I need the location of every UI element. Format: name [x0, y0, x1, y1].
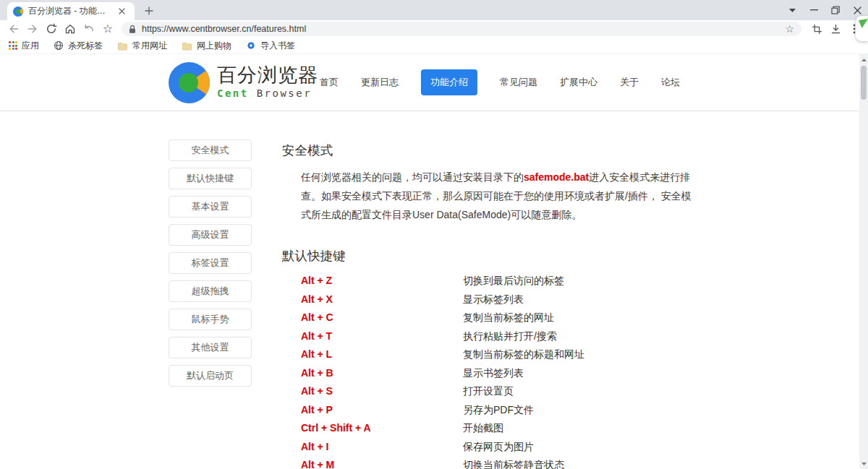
- shortcut-desc: 执行粘贴并打开/搜索: [463, 330, 557, 343]
- bookmark-kill-tabs[interactable]: 杀死标签: [54, 40, 103, 52]
- restore-button[interactable]: [825, 0, 846, 20]
- reopen-closed-tab-icon[interactable]: [80, 20, 98, 38]
- bookmark-common-sites[interactable]: 常用网址: [117, 40, 167, 52]
- page-bookmark-star-icon[interactable]: ☆: [785, 24, 794, 34]
- back-icon[interactable]: [4, 20, 23, 38]
- shortcut-desc: 显示标签列表: [463, 293, 524, 306]
- page-viewport: 百分浏览器 Cent Browser 首页 更新日志 功能介绍 常见问题 扩展中…: [0, 54, 868, 469]
- tab-search-caret-icon[interactable]: [781, 0, 803, 20]
- scrollbar-down-icon[interactable]: [859, 460, 868, 468]
- globe-icon: [54, 40, 64, 51]
- nav-about[interactable]: 关于: [620, 76, 639, 89]
- shortcut-desc: 另存为PDF文件: [463, 403, 534, 417]
- nav-forum[interactable]: 论坛: [661, 76, 680, 89]
- brand-name-en-accent: Cent: [217, 87, 249, 99]
- site-nav: 首页 更新日志 功能介绍 常见问题 扩展中心 关于 论坛: [320, 69, 680, 95]
- shortcut-desc: 切换当前标签静音状态: [463, 458, 564, 469]
- shortcut-desc: 保存网页为图片: [463, 440, 534, 454]
- safemode-bat-link[interactable]: safemode.bat: [524, 171, 589, 183]
- shortcut-list: Alt + Z切换到最后访问的标签 Alt + X显示标签列表 Alt + C复…: [301, 274, 698, 469]
- scrollbar-thumb[interactable]: [861, 66, 867, 100]
- browser-tab[interactable]: 百分浏览器 - 功能介绍: [7, 2, 135, 20]
- shortcut-desc: 显示书签列表: [463, 366, 524, 380]
- brand-name-en-rest: Browser: [249, 87, 312, 99]
- tab-favicon-logo-icon: [13, 7, 23, 17]
- folder-icon: [117, 41, 128, 51]
- window-titlebar: 百分浏览器 - 功能介绍: [0, 0, 868, 20]
- shortcut-keys: Alt + P: [301, 403, 463, 417]
- lock-icon: [129, 25, 136, 34]
- url-text[interactable]: https://www.centbrowser.cn/features.html: [142, 24, 779, 34]
- sidebar-item-default-startup-page[interactable]: 默认启动页: [169, 365, 252, 387]
- shortcut-row: Alt + T执行粘贴并打开/搜索: [301, 330, 698, 343]
- shortcut-desc: 切换到最后访问的标签: [463, 274, 564, 288]
- shortcut-row: Alt + L复制当前标签的标题和网址: [301, 348, 698, 361]
- bookmark-import-bookmarks[interactable]: 导入书签: [246, 40, 295, 52]
- shortcut-keys: Alt + C: [301, 311, 463, 324]
- shortcut-row: Alt + S打开设置页: [301, 384, 698, 398]
- nav-faq[interactable]: 常见问题: [500, 76, 537, 89]
- bookmark-label: 应用: [22, 40, 39, 52]
- bookmark-star-icon[interactable]: ☆: [98, 20, 117, 38]
- sidebar-item-default-shortcuts[interactable]: 默认快捷键: [169, 168, 252, 189]
- page-scrollbar[interactable]: [859, 54, 868, 469]
- address-bar[interactable]: https://www.centbrowser.cn/features.html…: [122, 22, 801, 36]
- site-brand[interactable]: 百分浏览器 Cent Browser: [169, 62, 318, 103]
- bookmark-label: 导入书签: [260, 40, 295, 52]
- sidebar-item-super-drag[interactable]: 超级拖拽: [169, 280, 252, 302]
- safemode-text: 任何浏览器相关的问题，均可以通过安装目录下的: [301, 171, 524, 183]
- shortcut-desc: 复制当前标签的网址: [463, 311, 554, 324]
- bookmarks-bar: 应用 杀死标签 常用网址 网上购物 导入书签: [0, 38, 868, 54]
- browser-toolbar: ☆ https://www.centbrowser.cn/features.ht…: [0, 20, 868, 38]
- shortcuts-heading: 默认快捷键: [282, 247, 698, 264]
- shortcut-keys: Alt + M: [301, 458, 463, 469]
- forward-icon[interactable]: [23, 20, 42, 38]
- feature-content: 安全模式 任何浏览器相关的问题，均可以通过安装目录下的safemode.bat进…: [282, 142, 698, 469]
- safemode-paragraph: 任何浏览器相关的问题，均可以通过安装目录下的safemode.bat进入安全模式…: [301, 168, 698, 224]
- sidebar-item-mouse-gesture[interactable]: 鼠标手势: [169, 309, 252, 330]
- home-icon[interactable]: [61, 20, 80, 38]
- brand-name-zh: 百分浏览器: [217, 64, 318, 86]
- shortcut-keys: Alt + S: [301, 384, 463, 398]
- shortcut-desc: 打开设置页: [463, 384, 514, 398]
- nav-features[interactable]: 功能介绍: [421, 69, 477, 95]
- bookmark-apps[interactable]: 应用: [9, 40, 39, 52]
- folder-icon: [182, 41, 192, 51]
- sidebar-item-other-settings[interactable]: 其他设置: [169, 337, 252, 358]
- edge-widget-card[interactable]: [856, 16, 868, 41]
- shortcut-desc: 开始截图: [463, 421, 503, 435]
- shortcut-keys: Alt + Z: [301, 274, 463, 288]
- sidebar-item-basic-settings[interactable]: 基本设置: [169, 196, 252, 218]
- apps-grid-icon: [9, 41, 17, 50]
- brand-name-en: Cent Browser: [217, 86, 318, 100]
- sidebar-item-tab-settings[interactable]: 标签设置: [169, 252, 252, 274]
- new-tab-button[interactable]: [140, 4, 158, 17]
- scrollbar-up-icon[interactable]: [859, 56, 868, 64]
- safemode-heading: 安全模式: [282, 142, 698, 159]
- sidebar-item-safe-mode[interactable]: 安全模式: [169, 139, 252, 161]
- bookmark-label: 网上购物: [197, 40, 231, 52]
- shortcut-row: Alt + Z切换到最后访问的标签: [301, 274, 698, 288]
- minimize-button[interactable]: [803, 0, 825, 20]
- gear-icon: [246, 40, 256, 51]
- shortcut-keys: Alt + T: [301, 330, 463, 343]
- download-icon[interactable]: [826, 20, 845, 38]
- shortcut-row: Ctrl + Shift + A开始截图: [301, 421, 698, 435]
- shortcut-row: Alt + X显示标签列表: [301, 293, 698, 306]
- shortcut-row: Alt + I保存网页为图片: [301, 440, 698, 454]
- bookmark-online-shopping[interactable]: 网上购物: [182, 40, 231, 52]
- shortcut-row: Alt + C复制当前标签的网址: [301, 311, 698, 324]
- bookmark-label: 常用网址: [132, 40, 167, 52]
- shortcut-row: Alt + M切换当前标签静音状态: [301, 458, 698, 469]
- screenshot-crop-icon[interactable]: [807, 20, 826, 38]
- nav-changelog[interactable]: 更新日志: [361, 76, 399, 89]
- reload-icon[interactable]: [42, 20, 61, 38]
- nav-home[interactable]: 首页: [320, 76, 339, 89]
- nav-extensions[interactable]: 扩展中心: [560, 76, 597, 89]
- shortcut-keys: Alt + I: [301, 440, 463, 454]
- shortcut-row: Alt + B显示书签列表: [301, 366, 698, 380]
- shortcut-keys: Ctrl + Shift + A: [301, 421, 463, 435]
- sidebar-item-advanced-settings[interactable]: 高级设置: [169, 224, 252, 246]
- edge-widget-green-icon: [859, 19, 868, 28]
- tab-close-icon[interactable]: [119, 8, 125, 14]
